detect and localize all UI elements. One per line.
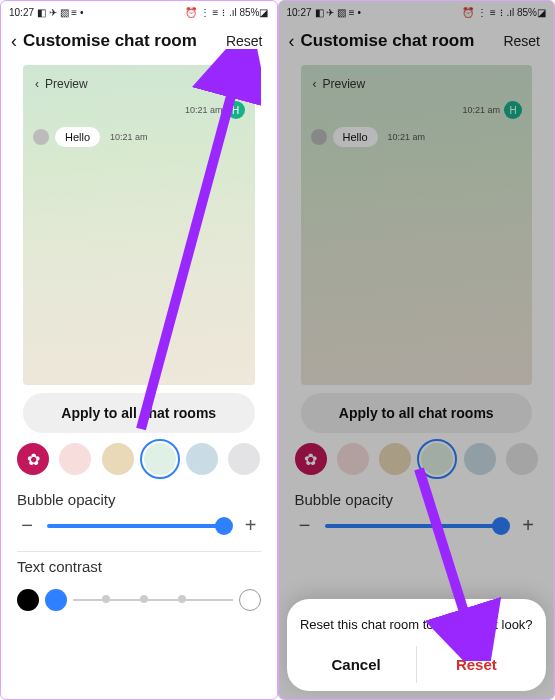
back-icon[interactable]: ‹ (11, 32, 17, 50)
swatch-tan[interactable] (102, 443, 134, 475)
dialog-cancel-button[interactable]: Cancel (297, 646, 416, 683)
status-bar: 10:27 ◧ ✈ ▧ ≡ • ⏰ ⋮ ≡ ⫶ .ıl 85%◪ (1, 1, 277, 23)
outgoing-avatar: H (504, 101, 522, 119)
swatch-grey[interactable] (506, 443, 538, 475)
clock-text: 10:27 (287, 7, 312, 18)
preview-label: Preview (45, 77, 88, 91)
opacity-label: Bubble opacity (1, 485, 277, 514)
title-bar: ‹ Customise chat room Reset (1, 23, 277, 59)
status-right-icons: ⏰ ⋮ ≡ ⫶ .ıl 85%◪ (462, 7, 546, 18)
outgoing-time: 10:21 am (185, 105, 223, 115)
swatch-pink[interactable] (337, 443, 369, 475)
swatch-blue[interactable] (186, 443, 218, 475)
dialog-reset-button[interactable]: Reset (417, 646, 536, 683)
outgoing-avatar: H (227, 101, 245, 119)
swatch-tan[interactable] (379, 443, 411, 475)
opacity-track[interactable] (47, 524, 231, 528)
opacity-track[interactable] (325, 524, 509, 528)
page-title: Customise chat room (23, 31, 216, 51)
preview-label: Preview (323, 77, 366, 91)
swatch-pink[interactable] (59, 443, 91, 475)
incoming-time: 10:21 am (110, 132, 148, 142)
opacity-slider[interactable]: − + (279, 514, 555, 537)
status-left-icons: ◧ ✈ ▧ ≡ • (315, 7, 361, 18)
swatch-blue[interactable] (464, 443, 496, 475)
reset-button[interactable]: Reset (499, 31, 544, 51)
opacity-label: Bubble opacity (279, 485, 555, 514)
theme-picker-icon[interactable]: ✿ (295, 443, 327, 475)
status-right-icons: ⏰ ⋮ ≡ ⫶ .ıl 85%◪ (185, 7, 269, 18)
swatch-grey[interactable] (228, 443, 260, 475)
outgoing-time: 10:21 am (462, 105, 500, 115)
page-title: Customise chat room (301, 31, 494, 51)
contrast-thumb[interactable] (45, 589, 67, 611)
opacity-slider[interactable]: − + (1, 514, 277, 537)
apply-all-button[interactable]: Apply to all chat rooms (23, 393, 255, 433)
incoming-bubble: Hello (55, 127, 100, 147)
incoming-time: 10:21 am (388, 132, 426, 142)
clock-text: 10:27 (9, 7, 34, 18)
swatch-mint-selected[interactable] (421, 443, 453, 475)
contrast-slider[interactable] (1, 581, 277, 611)
opacity-thumb[interactable] (215, 517, 233, 535)
reset-dialog: Reset this chat room to the default look… (287, 599, 547, 691)
screenshot-right-dialog: 10:27 ◧ ✈ ▧ ≡ • ⏰ ⋮ ≡ ⫶ .ıl 85%◪ ‹ Custo… (278, 0, 556, 700)
color-swatches: ✿ (279, 433, 555, 485)
opacity-plus-icon[interactable]: + (518, 514, 538, 537)
incoming-bubble: Hello (333, 127, 378, 147)
swatch-mint-selected[interactable] (144, 443, 176, 475)
opacity-minus-icon[interactable]: − (17, 514, 37, 537)
contrast-dark-icon[interactable] (17, 589, 39, 611)
screenshot-left-normal: 10:27 ◧ ✈ ▧ ≡ • ⏰ ⋮ ≡ ⫶ .ıl 85%◪ ‹ Custo… (0, 0, 278, 700)
contrast-light-icon[interactable] (239, 589, 261, 611)
opacity-minus-icon[interactable]: − (295, 514, 315, 537)
opacity-plus-icon[interactable]: + (241, 514, 261, 537)
back-icon[interactable]: ‹ (289, 32, 295, 50)
preview-back-icon: ‹ (35, 77, 39, 91)
status-bar: 10:27 ◧ ✈ ▧ ≡ • ⏰ ⋮ ≡ ⫶ .ıl 85%◪ (279, 1, 555, 23)
contrast-label: Text contrast (1, 552, 277, 581)
chat-preview: ‹ Preview 10:21 am H Hello 10:21 am (23, 65, 255, 385)
contrast-track[interactable] (73, 599, 233, 601)
apply-all-button[interactable]: Apply to all chat rooms (301, 393, 533, 433)
title-bar: ‹ Customise chat room Reset (279, 23, 555, 59)
opacity-thumb[interactable] (492, 517, 510, 535)
color-swatches: ✿ (1, 433, 277, 485)
status-left-icons: ◧ ✈ ▧ ≡ • (37, 7, 83, 18)
chat-preview: ‹ Preview 10:21 am H Hello 10:21 am (301, 65, 533, 385)
incoming-avatar (33, 129, 49, 145)
preview-back-icon: ‹ (313, 77, 317, 91)
dialog-message: Reset this chat room to the default look… (297, 617, 537, 632)
reset-button[interactable]: Reset (222, 31, 267, 51)
incoming-avatar (311, 129, 327, 145)
theme-picker-icon[interactable]: ✿ (17, 443, 49, 475)
